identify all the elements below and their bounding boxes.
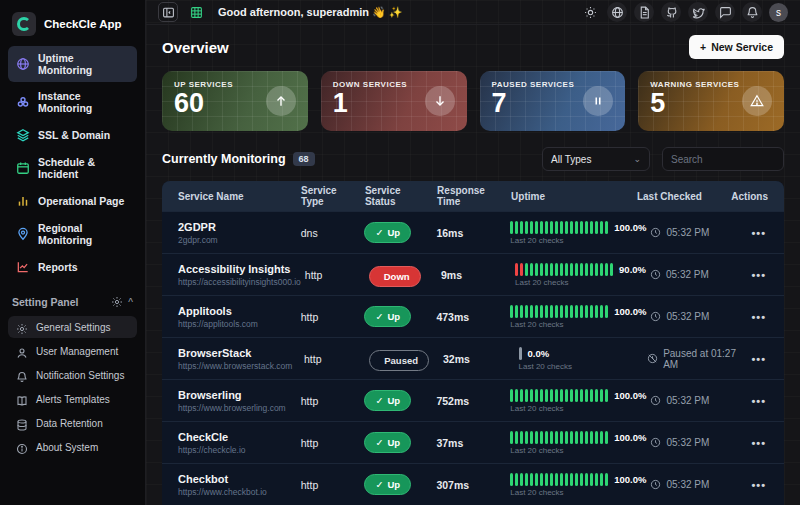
sidebar-item-notification-settings[interactable]: Notification Settings — [8, 364, 137, 386]
sidebar-item-regional-monitoring[interactable]: Regional Monitoring — [8, 216, 137, 252]
clock-icon — [650, 395, 661, 406]
table-row[interactable]: Browserling https://www.browserling.com … — [162, 379, 784, 421]
row-actions-button[interactable]: ••• — [741, 311, 784, 323]
row-actions-button[interactable]: ••• — [740, 353, 784, 365]
table-row[interactable]: BrowserStack https://www.browserstack.co… — [162, 337, 784, 379]
stat-card-paused-services[interactable]: PAUSED SERVICES 7 — [480, 71, 626, 131]
monitoring-header: Currently Monitoring 68 All Types ⌄ — [162, 147, 784, 171]
service-name: Accessibility Insights — [178, 263, 301, 275]
bell-icon — [16, 369, 28, 381]
table-row[interactable]: CheckCle https://checkcle.io http ✓Up 37… — [162, 421, 784, 463]
clock-icon — [650, 311, 661, 322]
grid-icon[interactable] — [186, 2, 206, 22]
service-type: http — [297, 437, 361, 449]
sidebar-item-about-system[interactable]: About System — [8, 436, 137, 458]
bell-icon[interactable] — [742, 2, 762, 22]
service-url: https://www.browserstack.com — [178, 361, 300, 371]
uptime-cell: 0.0% Last 20 checks — [515, 347, 644, 371]
status-badge: ✓Up — [364, 432, 411, 453]
service-url: https://www.browserling.com — [178, 403, 297, 413]
table-row[interactable]: Accessibility Insights https://accessibi… — [162, 253, 784, 295]
status-badge: Paused — [369, 350, 429, 371]
check-icon: ✓ — [375, 395, 383, 406]
uptime-bars — [510, 431, 608, 444]
table-row[interactable]: Checkbot https://www.checkbot.io http ✓U… — [162, 463, 784, 505]
github-icon[interactable] — [661, 2, 681, 22]
stat-card-down-services[interactable]: DOWN SERVICES 1 — [321, 71, 467, 131]
calendar-icon — [16, 161, 30, 175]
table-body: 2GDPR 2gdpr.com dns ✓Up 16ms 100.0% Last… — [162, 211, 784, 505]
globe-icon[interactable] — [607, 2, 627, 22]
sidebar-item-data-retention[interactable]: Data Retention — [8, 412, 137, 434]
last-checked: 05:32 PM — [646, 479, 740, 490]
greeting-text: Good afternoon, superadmin 👋 ✨ — [218, 6, 572, 19]
chat-icon[interactable] — [715, 2, 735, 22]
stat-card-warning-services[interactable]: WARNING SERVICES 5 — [638, 71, 784, 131]
sidebar-item-general-settings[interactable]: General Settings — [8, 316, 137, 338]
document-icon[interactable] — [634, 2, 654, 22]
sidebar-item-user-management[interactable]: User Management — [8, 340, 137, 362]
monitoring-count-badge: 68 — [293, 152, 315, 166]
status-badge: ✓Up — [364, 306, 411, 327]
stat-cards: UP SERVICES 60 DOWN SERVICES 1 PAUSED SE… — [162, 71, 784, 131]
row-actions-button[interactable]: ••• — [741, 479, 784, 491]
book-icon — [16, 393, 28, 405]
uptime-bars — [510, 221, 608, 234]
last-checked: 05:32 PM — [646, 269, 740, 280]
sun-icon[interactable] — [580, 2, 600, 22]
page-title: Overview — [162, 39, 229, 56]
stat-card-up-services[interactable]: UP SERVICES 60 — [162, 71, 308, 131]
settings-list: General Settings User Management Notific… — [0, 316, 145, 458]
main-area: Good afternoon, superadmin 👋 ✨ — [146, 0, 800, 505]
user-avatar[interactable]: s — [769, 3, 788, 22]
new-service-button[interactable]: + New Service — [689, 35, 784, 59]
topbar-actions: s — [580, 2, 788, 22]
search-input[interactable] — [662, 147, 784, 171]
service-name: Browserling — [178, 389, 297, 401]
uptime-percent: 100.0% — [614, 390, 646, 401]
app-logo[interactable]: CheckCle App — [0, 8, 145, 46]
uptime-caption: Last 20 checks — [510, 404, 646, 413]
sidebar-item-alerts-templates[interactable]: Alerts Templates — [8, 388, 137, 410]
uptime-bars — [515, 263, 613, 276]
row-actions-button[interactable]: ••• — [741, 227, 784, 239]
uptime-percent: 100.0% — [614, 432, 646, 443]
uptime-caption: Last 20 checks — [519, 362, 644, 371]
line-chart-icon — [16, 260, 30, 274]
uptime-cell: 100.0% Last 20 checks — [506, 389, 646, 413]
cluster-icon — [16, 95, 30, 109]
service-name: 2GDPR — [178, 221, 297, 233]
uptime-caption: Last 20 checks — [510, 236, 646, 245]
service-type: http — [297, 395, 361, 407]
uptime-percent: 100.0% — [614, 474, 646, 485]
user-icon — [16, 345, 28, 357]
service-url: https://www.checkbot.io — [178, 487, 297, 497]
row-actions-button[interactable]: ••• — [741, 395, 784, 407]
sidebar-item-schedule-incident[interactable]: Schedule & Incident — [8, 150, 137, 186]
last-checked: Paused at 01:27 AM — [643, 348, 739, 370]
twitter-icon[interactable] — [688, 2, 708, 22]
sidebar-item-uptime-monitoring[interactable]: Uptime Monitoring — [8, 46, 137, 82]
service-name: BrowserStack — [178, 347, 300, 359]
uptime-caption: Last 20 checks — [510, 488, 646, 497]
type-filter-select[interactable]: All Types ⌄ — [542, 147, 650, 171]
sidebar-collapse-icon[interactable] — [158, 2, 178, 22]
bar-chart-icon — [16, 194, 30, 208]
sidebar-item-ssl-domain[interactable]: SSL & Domain — [8, 122, 137, 148]
sidebar-item-reports[interactable]: Reports — [8, 254, 137, 280]
setting-panel-header[interactable]: Setting Panel ^ — [12, 296, 133, 308]
sidebar-item-instance-monitoring[interactable]: Instance Monitoring — [8, 84, 137, 120]
table-row[interactable]: Applitools https://applitools.com http ✓… — [162, 295, 784, 337]
layers-icon — [16, 128, 30, 142]
row-actions-button[interactable]: ••• — [740, 269, 784, 281]
uptime-caption: Last 20 checks — [515, 278, 646, 287]
sidebar-item-operational-page[interactable]: Operational Page — [8, 188, 137, 214]
clock-icon — [650, 269, 661, 280]
last-checked: 05:32 PM — [646, 227, 740, 238]
row-actions-button[interactable]: ••• — [741, 437, 784, 449]
map-pin-icon — [16, 227, 30, 241]
service-url: https://checkcle.io — [178, 445, 297, 455]
table-row[interactable]: 2GDPR 2gdpr.com dns ✓Up 16ms 100.0% Last… — [162, 211, 784, 253]
clock-icon — [650, 437, 661, 448]
arrow-up-icon — [266, 86, 296, 116]
